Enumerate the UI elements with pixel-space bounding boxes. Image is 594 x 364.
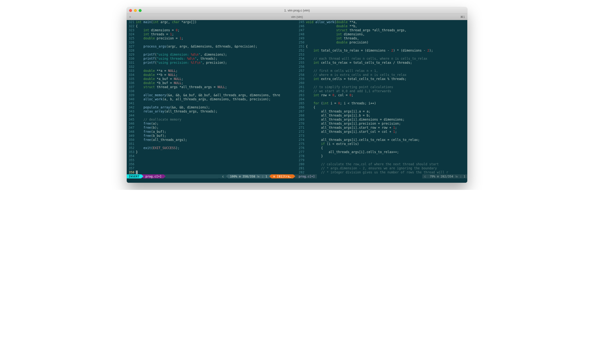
code-line[interactable]: 280 // calculate the row,col of where th… [297, 162, 467, 166]
code-content[interactable]: void alloc_work(double **a, [306, 20, 467, 24]
code-content[interactable]: int dimensions, [306, 32, 467, 36]
code-content[interactable]: all_threads_args[i].start_col = col + 1; [306, 130, 467, 134]
code-content[interactable]: populate_array(&a, &b, dimensions); [136, 105, 295, 109]
code-line[interactable]: 274 all_threads_args[i].cells_to_relax =… [297, 138, 467, 142]
code-content[interactable]: { [136, 24, 295, 28]
code-content[interactable]: struct thread_args *all_threads_args = N… [136, 85, 295, 89]
code-line[interactable]: 271 all_threads_args[i].start_row = row … [297, 126, 467, 130]
code-line[interactable]: 344 [127, 113, 295, 117]
code-content[interactable]: int extra_cells = total_cells_to_relax %… [306, 77, 467, 81]
code-line[interactable]: 356 [127, 162, 295, 166]
code-content[interactable]: free(all_threads_args); [136, 138, 295, 142]
code-line[interactable]: 255 int cells_to_relax = total_cells_to_… [297, 61, 467, 65]
code-content[interactable]: all_threads_args[i].a = a; [306, 109, 467, 113]
code-content[interactable]: int threads = 1; [136, 32, 295, 36]
code-content[interactable]: for (int i = 0; i < threads; i++) [306, 101, 467, 105]
code-content[interactable] [306, 52, 467, 57]
code-content[interactable] [136, 170, 295, 174]
code-line[interactable]: 357 [127, 166, 295, 170]
code-line[interactable]: 268 all_threads_args[i].b = b; [297, 113, 467, 117]
code-line[interactable]: 275 if (i < extra_cells) [297, 142, 467, 146]
code-line[interactable]: 281 // * args.dimension - 2, ensures we … [297, 166, 467, 170]
code-line[interactable]: 321int main(int argc, char *argv[]) [127, 20, 295, 24]
code-line[interactable]: 322{ [127, 24, 295, 28]
code-line[interactable]: 330 printf("using threads: %d\n", thread… [127, 57, 295, 61]
code-content[interactable] [136, 162, 295, 166]
code-line[interactable]: 258 // where m is extra_cells and n is c… [297, 73, 467, 77]
code-line[interactable]: 340 alloc_work(a, b, all_threads_args, d… [127, 97, 295, 101]
right-pane[interactable]: 245void alloc_work(double **a,246 double… [297, 20, 467, 174]
code-content[interactable] [136, 166, 295, 170]
code-line[interactable]: 265 for (int i = 0; i < threads; i++) [297, 101, 467, 105]
code-line[interactable]: 323 int dimensions = 0; [127, 28, 295, 32]
code-line[interactable]: 266 { [297, 105, 467, 109]
code-content[interactable] [306, 158, 467, 162]
code-line[interactable]: 328 [127, 48, 295, 52]
code-line[interactable]: 273 [297, 134, 467, 138]
code-content[interactable]: all_threads_args[i].b = b; [306, 113, 467, 117]
code-content[interactable]: alloc_memory(&a, &b, &a_buf, &b_buf, &al… [136, 93, 295, 97]
code-content[interactable] [306, 134, 467, 138]
code-line[interactable]: 336 double *b_buf = NULL; [127, 81, 295, 85]
code-line[interactable]: 264 [297, 97, 467, 101]
code-line[interactable]: 261 // to simplify starting point calcul… [297, 85, 467, 89]
code-line[interactable]: 260 [297, 81, 467, 85]
code-content[interactable]: struct thread_args *all_threads_args, [306, 28, 467, 32]
code-line[interactable]: 351 [127, 142, 295, 146]
code-content[interactable]: all_threads_args[i].cells_to_relax++; [306, 150, 467, 154]
code-content[interactable] [136, 48, 295, 52]
code-content[interactable]: exit(EXIT_SUCCESS); [136, 146, 295, 150]
code-content[interactable] [136, 154, 295, 158]
code-content[interactable]: { [306, 105, 467, 109]
code-content[interactable]: { [306, 45, 467, 48]
code-content[interactable]: double **a = NULL; [136, 69, 295, 73]
code-line[interactable]: 343 relax_array(all_threads_args, thread… [127, 109, 295, 113]
code-line[interactable]: 262 // we start at 0,0 and add 1,1 after… [297, 89, 467, 93]
code-line[interactable]: 246 double **b, [297, 24, 467, 28]
code-line[interactable]: 248 int dimensions, [297, 32, 467, 36]
code-content[interactable]: // to simplify starting point calculatio… [306, 85, 467, 89]
code-content[interactable] [136, 158, 295, 162]
code-line[interactable]: 250 double precision) [297, 40, 467, 45]
titlebar[interactable]: 1. vim prog.c (vim) [127, 7, 467, 14]
code-content[interactable]: free(a); [136, 122, 295, 126]
code-line[interactable]: 259 int extra_cells = total_cells_to_rel… [297, 77, 467, 81]
code-content[interactable] [306, 81, 467, 85]
code-line[interactable]: 282 // * integer division gives us the n… [297, 170, 467, 174]
code-content[interactable]: free(b_buf); [136, 134, 295, 138]
code-line[interactable]: 245void alloc_work(double **a, [297, 20, 467, 24]
zoom-icon[interactable] [139, 9, 142, 12]
code-content[interactable]: all_threads_args[i].cells_to_relax = cel… [306, 138, 467, 142]
code-content[interactable]: } [306, 154, 467, 158]
code-content[interactable]: alloc_work(a, b, all_threads_args, dimen… [136, 97, 295, 101]
code-content[interactable]: // where m is extra_cells and n is cells… [306, 73, 467, 77]
code-content[interactable]: printf("using precision: %lf\n", precisi… [136, 61, 295, 65]
code-line[interactable]: 279 [297, 158, 467, 162]
code-content[interactable]: // each thread will relax n cells, where… [306, 57, 467, 61]
code-line[interactable]: 254 // each thread will relax n cells, w… [297, 57, 467, 61]
code-line[interactable]: 350 free(all_threads_args); [127, 138, 295, 142]
code-content[interactable]: double precision) [306, 40, 467, 45]
code-line[interactable]: 278 } [297, 154, 467, 158]
code-line[interactable]: 267 all_threads_args[i].a = a; [297, 109, 467, 113]
code-content[interactable]: process_args(argc, argv, &dimensions, &t… [136, 45, 295, 48]
code-content[interactable] [136, 113, 295, 117]
close-icon[interactable] [129, 9, 132, 12]
terminal-body[interactable]: 321int main(int argc, char *argv[])322{3… [127, 20, 467, 183]
code-content[interactable]: } [136, 150, 295, 154]
code-content[interactable] [136, 101, 295, 105]
code-content[interactable]: { [306, 146, 467, 150]
code-content[interactable] [136, 89, 295, 93]
code-content[interactable]: // we start at 0,0 and add 1,1 afterward… [306, 89, 467, 93]
code-content[interactable]: int main(int argc, char *argv[]) [136, 20, 295, 24]
code-line[interactable]: 270 all_threads_args[i].precision = prec… [297, 122, 467, 126]
code-content[interactable]: printf("using threads: %d\n", threads); [136, 57, 295, 61]
code-line[interactable]: 277 all_threads_args[i].cells_to_relax++… [297, 150, 467, 154]
code-content[interactable]: int cells_to_relax = total_cells_to_rela… [306, 61, 467, 65]
code-line[interactable]: 358 [127, 170, 295, 174]
code-line[interactable]: 355 [127, 158, 295, 162]
tab-close-icon[interactable]: × [127, 15, 134, 19]
code-content[interactable]: all_threads_args[i].start_row = row + 1; [306, 126, 467, 130]
code-content[interactable]: printf("using dimension: %d\n", dimensio… [136, 52, 295, 57]
code-line[interactable]: 353} [127, 150, 295, 154]
